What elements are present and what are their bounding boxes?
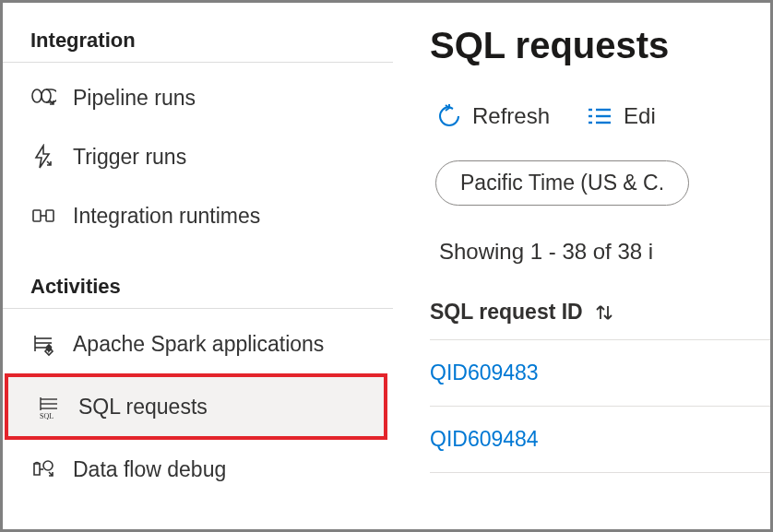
svg-point-1: [42, 89, 51, 102]
sql-requests-icon: SQL: [36, 394, 62, 420]
svg-point-0: [32, 89, 42, 102]
svg-text:SQL: SQL: [40, 412, 54, 420]
sidebar-item-label: Trigger runs: [73, 145, 186, 170]
data-flow-debug-icon: [30, 456, 56, 482]
request-id-link[interactable]: QID609483: [430, 361, 539, 384]
edit-columns-label: Edi: [624, 103, 656, 129]
trigger-runs-icon: [30, 144, 56, 170]
sidebar-item-trigger-runs[interactable]: Trigger runs: [3, 127, 393, 186]
svg-point-13: [43, 461, 53, 470]
section-header-activities: Activities: [3, 266, 393, 309]
section-header-integration: Integration: [3, 19, 393, 63]
toolbar: Refresh Edi: [430, 94, 770, 155]
integration-runtimes-icon: [30, 203, 56, 229]
highlight-box: SQL SQL requests: [5, 373, 387, 440]
app-frame: Integration Pipeline runs Trigger runs: [0, 0, 773, 532]
column-header-label: SQL request ID: [430, 300, 583, 325]
page-title: SQL requests: [430, 25, 770, 66]
table-row: QID609484: [430, 407, 770, 473]
edit-columns-icon: [587, 105, 612, 127]
spark-apps-icon: [30, 331, 56, 357]
sort-icon: [594, 302, 614, 323]
sidebar-item-label: Data flow debug: [73, 457, 226, 482]
request-id-link[interactable]: QID609484: [430, 427, 539, 451]
refresh-label: Refresh: [472, 103, 550, 129]
table-row: QID609483: [430, 340, 770, 407]
pipeline-runs-icon: [30, 85, 56, 111]
sidebar-item-label: Integration runtimes: [73, 204, 260, 229]
timezone-dropdown[interactable]: Pacific Time (US & C.: [435, 160, 689, 206]
main-panel: SQL requests Refresh: [393, 3, 770, 529]
sidebar-item-label: Pipeline runs: [73, 86, 196, 111]
sidebar-item-sql-requests[interactable]: SQL SQL requests: [8, 377, 384, 436]
status-text: Showing 1 - 38 of 38 i: [430, 231, 770, 285]
svg-rect-3: [46, 210, 54, 221]
sidebar-item-integration-runtimes[interactable]: Integration runtimes: [3, 186, 393, 245]
svg-rect-2: [33, 210, 41, 221]
sidebar-item-data-flow-debug[interactable]: Data flow debug: [3, 440, 393, 499]
sidebar-item-pipeline-runs[interactable]: Pipeline runs: [3, 68, 393, 127]
column-header-sql-request-id[interactable]: SQL request ID: [430, 285, 770, 340]
sidebar-item-label: Apache Spark applications: [73, 332, 324, 357]
sidebar-item-label: SQL requests: [78, 395, 208, 420]
edit-columns-button[interactable]: Edi: [587, 103, 656, 129]
sidebar-item-spark-applications[interactable]: Apache Spark applications: [3, 314, 393, 373]
refresh-icon: [437, 104, 461, 128]
sidebar: Integration Pipeline runs Trigger runs: [3, 3, 393, 529]
refresh-button[interactable]: Refresh: [437, 103, 550, 129]
